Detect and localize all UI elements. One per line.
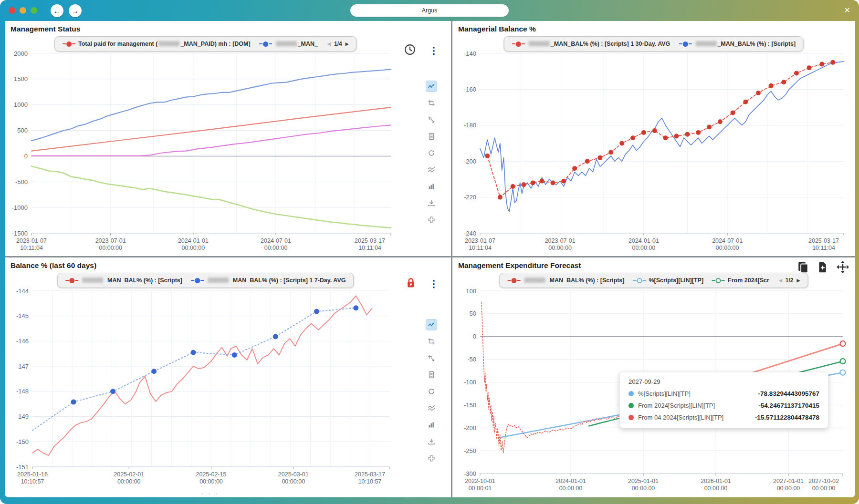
tooltip-series-value: -78.83294443095767 [758,390,819,397]
red-series-marker-icon [65,278,78,283]
panel-title: Managerial Balance % [458,25,536,33]
blue-series-marker-icon [679,41,691,47]
export-file-icon[interactable] [817,261,828,275]
legend-item[interactable]: _MAN_BAL% (%) : [Scripts] 1 7-Day. AVG [191,277,346,284]
close-button[interactable]: ✕ [844,7,850,14]
chart-management-status[interactable]: 2000150010005000-500-1000-15002023-01-07… [8,48,395,252]
svg-text:00:00:00: 00:00:00 [117,478,141,485]
zoom-out-box-icon[interactable] [426,353,437,363]
chart-balance-60d[interactable]: -144-145-146-147-148-149-150-1512025-01-… [8,285,395,486]
close-traffic-light[interactable] [9,7,15,14]
forward-button[interactable]: → [69,4,82,17]
panel-title: Management Status [10,25,80,33]
download-icon[interactable] [426,198,437,208]
tooltip-row: %[Scripts][LIN][TP] -78.83294443095767 [629,390,819,397]
svg-text:-160: -160 [464,86,476,93]
svg-text:-200: -200 [464,158,476,165]
legend-item[interactable]: _MAN_BAL% (%) : [Scripts] 1 30-Day. AVG [512,41,670,47]
svg-text:00:00:00: 00:00:00 [777,485,800,492]
legend-label: _MAN_BAL% (%) : [Scripts] [694,41,796,47]
back-button[interactable]: ← [51,4,63,17]
report-document-icon[interactable] [426,370,437,380]
prev-page-icon[interactable]: ◀ [779,278,782,283]
bar-chart-icon[interactable] [426,181,437,192]
svg-text:-300: -300 [464,470,476,477]
panel-actions: ⋮ [404,44,439,57]
legend-label: _MAN_BAL% (%) : [Scripts] 1 7-Day. AVG [207,277,346,284]
legend-label: %[Scripts][LIN][TP] [649,277,703,284]
red-series-marker-icon [63,41,75,47]
legend[interactable]: _MAN_BAL% (%) : [Scripts] _MAN_BAL% (%) … [57,273,354,288]
legend-item[interactable]: _MAN_ [259,41,318,47]
copy-pages-icon[interactable] [797,261,809,275]
svg-text:-144: -144 [16,288,29,295]
move-panel-icon[interactable] [836,260,849,276]
scatter-mode-icon[interactable] [426,81,437,92]
nav-buttons: ← → [51,4,82,17]
title-bar: ← → Argus ✕ [0,0,859,21]
legend[interactable]: Total paid for management (_MAN_PAID) mh… [54,36,357,51]
next-page-icon[interactable]: ▶ [346,41,349,46]
add-plus-icon[interactable] [426,453,437,463]
report-document-icon[interactable] [426,131,437,142]
green-series-marker-icon [712,278,725,283]
chart-toolbar [426,319,437,463]
multi-line-icon[interactable] [426,403,437,413]
window-title: Argus [422,7,438,14]
legend-label: _MAN_BAL% (%) : [Scripts] 1 30-Day. AVG [528,41,670,47]
legend-item[interactable]: %[Scripts][LIN][TP] [633,277,703,284]
legend[interactable]: _MAN_BAL% (%) : [Scripts] 1 30-Day. AVG … [504,36,804,51]
refresh-icon[interactable] [426,148,437,158]
prev-page-icon[interactable]: ◀ [327,41,331,46]
refresh-icon[interactable] [426,386,437,397]
chart-managerial-balance[interactable]: -140-160-180-200-220-2402023-01-0710:11:… [455,48,849,252]
legend-item[interactable]: From 2024[Scr [712,277,769,284]
legend-item[interactable]: _MAN_BAL% (%) : [Scripts] [679,41,796,47]
back-icon: ← [53,7,61,15]
svg-text:2000: 2000 [14,50,28,57]
svg-text:2025-03-17: 2025-03-17 [808,237,839,244]
more-options-icon[interactable]: ⋮ [429,279,439,288]
green-dot-icon [629,403,634,408]
panel-expenditure-forecast: Management Expenditure Forecast _MAN_BAL… [452,257,855,497]
svg-text:-100: -100 [464,379,476,386]
tooltip-series-value: -54.24671137170415 [758,402,819,409]
svg-text:-50: -50 [467,356,476,363]
panel-title: Management Expenditure Forecast [458,261,581,270]
svg-text:2024-01-01: 2024-01-01 [555,478,586,484]
zoom-box-icon[interactable] [426,336,437,347]
legend-item[interactable]: Total paid for management (_MAN_PAID) mh… [63,41,251,47]
multi-line-icon[interactable] [426,165,437,175]
zoom-out-box-icon[interactable] [426,114,437,125]
legend-label: Total paid for management (_MAN_PAID) mh… [78,41,251,47]
address-bar[interactable]: Argus [350,4,509,17]
more-options-icon[interactable]: ⋮ [429,46,439,55]
svg-text:00:00:00: 00:00:00 [99,245,122,251]
zoom-box-icon[interactable] [426,98,437,108]
legend-item[interactable]: _MAN_BAL% (%) : [Scripts] [508,277,625,284]
minimize-traffic-light[interactable] [20,7,26,14]
next-page-icon[interactable]: ▶ [797,278,800,283]
scatter-mode-icon[interactable] [426,319,437,330]
legend-label: _MAN_ [275,41,318,47]
panel-actions: ⋮ [405,277,439,291]
download-icon[interactable] [426,436,437,447]
svg-text:2024-01-01: 2024-01-01 [178,237,209,244]
legend[interactable]: _MAN_BAL% (%) : [Scripts] %[Scripts][LIN… [500,273,808,288]
svg-text:-1500: -1500 [12,230,28,237]
svg-text:00:00:00: 00:00:00 [559,485,583,492]
svg-text:2025-02-15: 2025-02-15 [196,471,227,478]
overflow-dots[interactable]: · · · [201,490,219,497]
svg-text:00:00:00: 00:00:00 [264,245,288,251]
svg-text:00:00:00: 00:00:00 [199,478,223,485]
svg-text:2025-03-01: 2025-03-01 [278,471,309,478]
history-clock-icon[interactable] [404,44,416,57]
svg-text:2025-03-17: 2025-03-17 [355,471,385,478]
redacted-text [208,278,229,283]
maximize-traffic-light[interactable] [31,7,37,14]
bar-chart-icon[interactable] [426,420,437,430]
lock-icon[interactable] [405,277,417,291]
legend-item[interactable]: _MAN_BAL% (%) : [Scripts] [65,277,182,284]
add-plus-icon[interactable] [426,215,437,225]
svg-text:10:10:57: 10:10:57 [358,478,382,485]
